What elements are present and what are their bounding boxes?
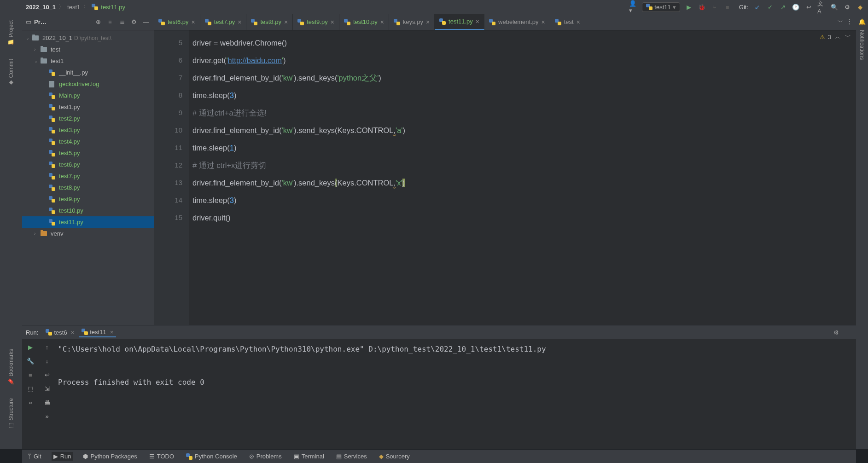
editor-tab[interactable]: test × bbox=[550, 14, 585, 30]
wrench-icon[interactable]: 🔧 bbox=[26, 357, 35, 365]
tree-row[interactable]: geckodriver.log bbox=[22, 78, 154, 90]
project-rail-tab[interactable]: 📁 Project bbox=[6, 18, 16, 48]
tree-row[interactable]: › venv bbox=[22, 228, 154, 239]
terminal-tool-button[interactable]: ▣Terminal bbox=[292, 452, 326, 461]
close-tab-icon[interactable]: × bbox=[476, 18, 479, 25]
run-tool-button[interactable]: ▶Run bbox=[52, 452, 73, 461]
notifications-rail-tab[interactable]: Notifications bbox=[857, 28, 867, 62]
close-tab-icon[interactable]: × bbox=[331, 18, 334, 26]
project-tree[interactable]: ⌄ 2022_10_1 D:\python_test\ › test ⌄ tes… bbox=[22, 30, 154, 325]
editor-body[interactable]: 56789101112131415 driver = webdriver.Chr… bbox=[154, 30, 856, 325]
history-icon[interactable]: 🕐 bbox=[792, 3, 800, 11]
editor-tab[interactable]: test11.py × bbox=[435, 14, 484, 30]
down-stack-icon[interactable]: ↓ bbox=[43, 357, 51, 365]
run-hide-icon[interactable]: — bbox=[844, 328, 852, 336]
rollback-icon[interactable]: ↩ bbox=[804, 3, 813, 11]
close-tab-icon[interactable]: × bbox=[284, 18, 288, 26]
tree-row[interactable]: ⌄ test1 bbox=[22, 55, 154, 67]
tree-row[interactable]: › test bbox=[22, 44, 154, 55]
translate-icon[interactable]: 文A bbox=[817, 3, 826, 11]
git-tool-button[interactable]: ᛘGit bbox=[26, 452, 43, 461]
project-header-title[interactable]: Pr… bbox=[34, 18, 47, 25]
print-icon[interactable]: 🖶 bbox=[43, 398, 51, 406]
tabs-more-icon[interactable]: ⋮ bbox=[846, 18, 852, 26]
expand-all-icon[interactable]: ≡ bbox=[106, 18, 114, 26]
tree-row[interactable]: test10.py bbox=[22, 205, 154, 216]
editor-tab[interactable]: test9.py × bbox=[293, 14, 339, 30]
notifications-bell-icon[interactable]: 🔔 bbox=[858, 18, 866, 25]
tree-row[interactable]: test6.py bbox=[22, 159, 154, 170]
close-tab-icon[interactable]: × bbox=[238, 18, 241, 26]
hide-icon[interactable]: — bbox=[142, 18, 150, 26]
close-run-tab-icon[interactable]: × bbox=[71, 329, 75, 336]
editor-tab[interactable]: test8.py × bbox=[246, 14, 293, 30]
git-commit-icon[interactable]: ✓ bbox=[766, 3, 774, 11]
tree-row[interactable]: test1.py bbox=[22, 101, 154, 113]
bookmarks-rail-tab[interactable]: 🔖 Bookmarks bbox=[6, 347, 16, 387]
tree-row[interactable]: test3.py bbox=[22, 124, 154, 136]
breadcrumb-file[interactable]: test11.py bbox=[101, 4, 125, 11]
prev-highlight-icon[interactable]: ︿ bbox=[834, 33, 841, 41]
scroll-end-icon[interactable]: ⇲ bbox=[43, 384, 51, 393]
more2-icon[interactable]: » bbox=[43, 412, 51, 420]
tree-row[interactable]: test7.py bbox=[22, 170, 154, 182]
editor-tab[interactable]: test7.py × bbox=[200, 14, 247, 30]
tree-row[interactable]: test2.py bbox=[22, 113, 154, 124]
services-tool-button[interactable]: ▤Services bbox=[334, 452, 369, 461]
run-settings-icon[interactable]: ⚙ bbox=[832, 328, 840, 336]
close-tab-icon[interactable]: × bbox=[426, 18, 430, 26]
editor-code[interactable]: driver = webdriver.Chrome()driver.get('h… bbox=[189, 30, 856, 325]
user-icon[interactable]: 👤▾ bbox=[629, 3, 637, 11]
tree-row[interactable]: test5.py bbox=[22, 147, 154, 159]
settings-icon[interactable]: ⚙ bbox=[843, 3, 851, 11]
sourcery-icon[interactable]: ◆ bbox=[856, 3, 864, 11]
sourcery-tool-button[interactable]: ◆Sourcery bbox=[377, 452, 412, 461]
close-run-tab-icon[interactable]: × bbox=[110, 329, 114, 336]
tree-row[interactable]: test9.py bbox=[22, 193, 154, 205]
tree-row[interactable]: test11.py bbox=[22, 216, 154, 228]
select-open-file-icon[interactable]: ⊕ bbox=[94, 18, 102, 26]
run-tab[interactable]: test11× bbox=[79, 328, 116, 337]
settings-gear-icon[interactable]: ⚙ bbox=[130, 18, 138, 26]
tree-row[interactable]: __init__.py bbox=[22, 67, 154, 78]
editor-tab[interactable]: webelement.py × bbox=[484, 14, 550, 30]
debug-icon[interactable]: 🐞 bbox=[698, 3, 706, 11]
run-icon[interactable]: ▶ bbox=[685, 3, 693, 11]
next-highlight-icon[interactable]: ﹀ bbox=[844, 33, 851, 41]
breadcrumb[interactable]: 2022_10_1 〉 test1 〉 test11.py bbox=[26, 3, 125, 11]
close-tab-icon[interactable]: × bbox=[380, 18, 384, 26]
tree-row[interactable]: Main.py bbox=[22, 90, 154, 101]
tree-row[interactable]: test4.py bbox=[22, 136, 154, 147]
up-stack-icon[interactable]: ↑ bbox=[43, 343, 51, 351]
search-icon[interactable]: 🔍 bbox=[830, 3, 839, 11]
scroll-tabs-icon[interactable]: ﹀ bbox=[838, 18, 844, 26]
git-push-icon[interactable]: ↗ bbox=[779, 3, 787, 11]
run-tab[interactable]: test6× bbox=[43, 328, 77, 337]
structure-rail-tab[interactable]: ⬚ Structure bbox=[6, 396, 16, 431]
python-packages-button[interactable]: ⬢Python Packages bbox=[81, 452, 139, 461]
problems-tool-button[interactable]: ⊘Problems bbox=[247, 452, 284, 461]
rerun-icon[interactable]: ▶ bbox=[26, 343, 35, 351]
git-pull-icon[interactable]: ↙ bbox=[753, 3, 761, 11]
tree-row[interactable]: ⌄ 2022_10_1 D:\python_test\ bbox=[22, 32, 154, 44]
close-tab-icon[interactable]: × bbox=[192, 18, 195, 26]
collapse-all-icon[interactable]: ≣ bbox=[118, 18, 126, 26]
close-tab-icon[interactable]: × bbox=[542, 18, 545, 26]
editor-tab[interactable]: test10.py × bbox=[339, 14, 389, 30]
run-config-selector[interactable]: test11 ▾ bbox=[642, 2, 680, 12]
breadcrumb-folder[interactable]: test1 bbox=[67, 4, 80, 11]
tree-row[interactable]: test8.py bbox=[22, 182, 154, 193]
soft-wrap-icon[interactable]: ↩ bbox=[43, 370, 51, 379]
editor-tab[interactable]: keys.py × bbox=[389, 14, 435, 30]
editor-inspection-indicators[interactable]: ⚠ 3 ︿ ﹀ bbox=[820, 33, 851, 41]
layout-icon[interactable]: ⬚ bbox=[26, 384, 35, 393]
more-icon[interactable]: » bbox=[26, 398, 35, 406]
todo-tool-button[interactable]: ☰TODO bbox=[147, 452, 176, 461]
editor-tab[interactable]: test6.py × bbox=[154, 14, 200, 30]
warning-icon[interactable]: ⚠ bbox=[820, 34, 825, 41]
run-console-output[interactable]: "C:\Users\hold on\AppData\Local\Programs… bbox=[55, 339, 856, 449]
close-tab-icon[interactable]: × bbox=[577, 18, 580, 26]
commit-rail-tab[interactable]: ◆ Commit bbox=[6, 57, 16, 88]
python-console-button[interactable]: Python Console bbox=[184, 452, 239, 461]
breadcrumb-root[interactable]: 2022_10_1 bbox=[26, 4, 56, 11]
